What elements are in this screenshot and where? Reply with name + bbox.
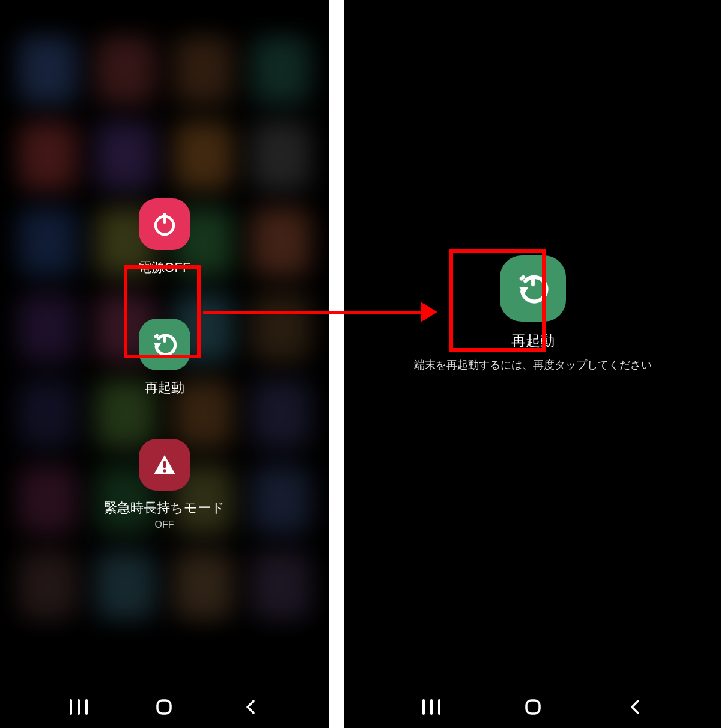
screen-left-power-menu: 電源OFF 再起動 緊急時長持ちモード	[0, 0, 329, 728]
nav-bar-left	[0, 686, 329, 728]
svg-rect-8	[85, 699, 88, 715]
emergency-icon	[139, 439, 190, 491]
back-button[interactable]	[607, 695, 662, 719]
svg-rect-3	[163, 334, 166, 343]
restart-instruction-text: 端末を再起動するには、再度タップしてください	[414, 358, 652, 372]
svg-rect-12	[422, 699, 425, 715]
restart-confirm-area: 再起動 端末を再起動するには、再度タップしてください	[344, 255, 721, 372]
restart-icon	[500, 255, 566, 322]
power-off-icon	[139, 198, 190, 250]
svg-rect-7	[78, 699, 80, 715]
recent-apps-button[interactable]	[404, 695, 458, 719]
restart-label: 再起動	[145, 379, 184, 397]
svg-rect-9	[157, 700, 171, 714]
screen-right-restart-confirm: 再起動 端末を再起動するには、再度タップしてください	[344, 0, 721, 728]
recent-apps-button[interactable]	[52, 695, 106, 719]
emergency-label: 緊急時長持ちモード	[104, 499, 225, 517]
restart-confirm-button[interactable]: 再起動	[500, 255, 566, 350]
svg-rect-4	[163, 461, 166, 468]
svg-rect-14	[438, 699, 440, 715]
restart-icon	[139, 319, 190, 370]
home-button[interactable]	[506, 695, 560, 719]
svg-rect-15	[526, 700, 540, 714]
power-off-button[interactable]: 電源OFF	[138, 198, 191, 277]
svg-rect-13	[430, 699, 433, 715]
emergency-sub-label: OFF	[155, 519, 174, 530]
svg-rect-6	[70, 699, 72, 715]
power-menu: 電源OFF 再起動 緊急時長持ちモード	[0, 0, 329, 728]
restart-button[interactable]: 再起動	[139, 319, 190, 397]
emergency-mode-button[interactable]: 緊急時長持ちモード OFF	[104, 439, 225, 530]
back-button[interactable]	[223, 695, 277, 719]
restart-confirm-label: 再起動	[511, 331, 555, 350]
svg-rect-11	[531, 275, 535, 286]
svg-point-5	[163, 469, 166, 473]
home-button[interactable]	[137, 695, 191, 719]
power-off-label: 電源OFF	[138, 258, 191, 277]
svg-rect-1	[163, 213, 166, 224]
nav-bar-right	[344, 686, 721, 728]
